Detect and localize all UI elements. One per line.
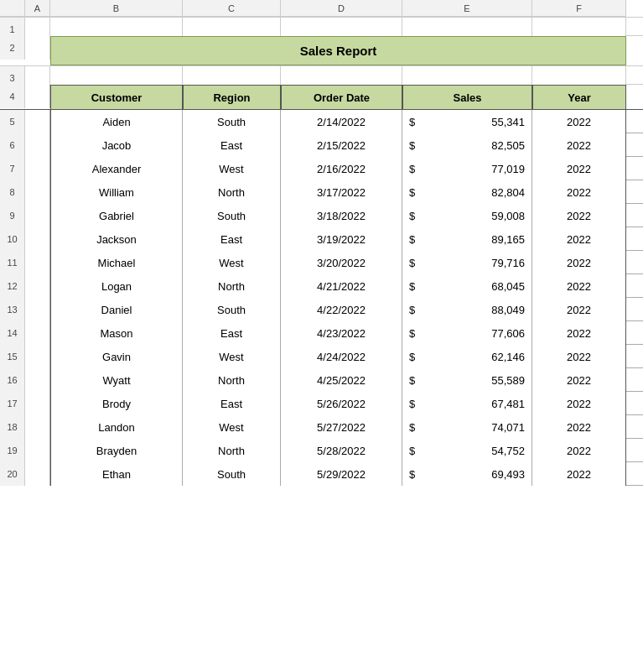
cell-a19 bbox=[25, 439, 50, 462]
cell-orderdate-15: 5/29/2022 bbox=[281, 462, 402, 486]
cell-year-1: 2022 bbox=[532, 133, 626, 157]
cell-year-14: 2022 bbox=[532, 439, 626, 462]
col-header-e: E bbox=[402, 0, 532, 17]
cell-year-15: 2022 bbox=[532, 462, 626, 486]
cell-region-1: East bbox=[183, 133, 281, 157]
cell-a12 bbox=[25, 274, 50, 298]
grid-row-15: 15 Gavin West 4/24/2022 $ 62,146 2022 bbox=[0, 345, 643, 368]
cell-sales-7: $ 68,045 bbox=[402, 274, 532, 298]
header-customer: Customer bbox=[50, 85, 183, 110]
sales-amount-5: 89,165 bbox=[426, 233, 532, 246]
column-header-row: A B C D E F bbox=[0, 0, 643, 18]
cell-a16 bbox=[25, 368, 50, 392]
header-region: Region bbox=[183, 85, 281, 110]
data-rows: 5 Aiden South 2/14/2022 $ 55,341 2022 6 … bbox=[0, 110, 643, 486]
cell-customer-2: Alexander bbox=[50, 157, 183, 180]
row-num-5: 5 bbox=[0, 110, 25, 133]
cell-sales-12: $ 67,481 bbox=[402, 392, 532, 415]
header-sales-label: Sales bbox=[454, 91, 482, 104]
cell-orderdate-14: 5/28/2022 bbox=[281, 439, 402, 462]
cell-year-11: 2022 bbox=[532, 368, 626, 392]
sales-dollar-15: $ bbox=[402, 468, 426, 481]
cell-orderdate-5: 3/19/2022 bbox=[281, 227, 402, 251]
grid-row-9: 9 Gabriel South 3/18/2022 $ 59,008 2022 bbox=[0, 204, 643, 227]
cell-orderdate-8: 4/22/2022 bbox=[281, 298, 402, 321]
sales-dollar-12: $ bbox=[402, 398, 426, 410]
cell-sales-9: $ 77,606 bbox=[402, 321, 532, 345]
grid-row-10: 10 Jackson East 3/19/2022 $ 89,165 2022 bbox=[0, 227, 643, 251]
cell-customer-10: Gavin bbox=[50, 345, 183, 368]
col-header-f: F bbox=[532, 0, 626, 17]
cell-year-10: 2022 bbox=[532, 345, 626, 368]
cell-region-12: East bbox=[183, 392, 281, 415]
sales-amount-11: 55,589 bbox=[426, 374, 532, 387]
cell-a15 bbox=[25, 345, 50, 368]
grid-row-8: 8 William North 3/17/2022 $ 82,804 2022 bbox=[0, 180, 643, 204]
cell-region-0: South bbox=[183, 110, 281, 133]
header-orderdate-label: Order Date bbox=[314, 91, 370, 104]
cell-region-2: West bbox=[183, 157, 281, 180]
sales-amount-9: 77,606 bbox=[426, 327, 532, 340]
cell-year-8: 2022 bbox=[532, 298, 626, 321]
row-num-18: 18 bbox=[0, 415, 25, 439]
row-num-9: 9 bbox=[0, 204, 25, 227]
sales-amount-12: 67,481 bbox=[426, 398, 532, 410]
cell-orderdate-4: 3/18/2022 bbox=[281, 204, 402, 227]
grid-row-3: 3 bbox=[0, 66, 643, 85]
header-year: Year bbox=[532, 85, 626, 110]
col-header-indicator bbox=[0, 0, 25, 17]
header-sales: Sales bbox=[402, 85, 532, 110]
cell-sales-11: $ 55,589 bbox=[402, 368, 532, 392]
row-num-13: 13 bbox=[0, 298, 25, 321]
cell-year-2: 2022 bbox=[532, 157, 626, 180]
sales-amount-0: 55,341 bbox=[426, 116, 532, 128]
sales-dollar-10: $ bbox=[402, 351, 426, 363]
cell-year-7: 2022 bbox=[532, 274, 626, 298]
cell-orderdate-1: 2/15/2022 bbox=[281, 133, 402, 157]
row-num-4: 4 bbox=[0, 85, 25, 108]
cell-orderdate-7: 4/21/2022 bbox=[281, 274, 402, 298]
cell-sales-6: $ 79,716 bbox=[402, 251, 532, 274]
cell-year-4: 2022 bbox=[532, 204, 626, 227]
cell-a2 bbox=[25, 36, 50, 60]
sales-dollar-6: $ bbox=[402, 257, 426, 269]
cell-sales-10: $ 62,146 bbox=[402, 345, 532, 368]
cell-year-3: 2022 bbox=[532, 180, 626, 204]
cell-sales-0: $ 55,341 bbox=[402, 110, 532, 133]
header-customer-label: Customer bbox=[91, 91, 143, 104]
cell-sales-2: $ 77,019 bbox=[402, 157, 532, 180]
cell-year-13: 2022 bbox=[532, 415, 626, 439]
cell-sales-15: $ 69,493 bbox=[402, 462, 532, 486]
sales-amount-6: 79,716 bbox=[426, 257, 532, 269]
sales-dollar-8: $ bbox=[402, 304, 426, 316]
grid-row-7: 7 Alexander West 2/16/2022 $ 77,019 2022 bbox=[0, 157, 643, 180]
cell-orderdate-12: 5/26/2022 bbox=[281, 392, 402, 415]
header-orderdate: Order Date bbox=[281, 85, 402, 110]
col-header-d: D bbox=[281, 0, 402, 17]
cell-orderdate-0: 2/14/2022 bbox=[281, 110, 402, 133]
sales-dollar-7: $ bbox=[402, 280, 426, 293]
cell-orderdate-6: 3/20/2022 bbox=[281, 251, 402, 274]
cell-customer-4: Gabriel bbox=[50, 204, 183, 227]
sales-dollar-1: $ bbox=[402, 139, 426, 152]
sales-amount-10: 62,146 bbox=[426, 351, 532, 363]
cell-customer-0: Aiden bbox=[50, 110, 183, 133]
cell-a14 bbox=[25, 321, 50, 345]
cell-customer-7: Logan bbox=[50, 274, 183, 298]
cell-customer-5: Jackson bbox=[50, 227, 183, 251]
sales-amount-14: 54,752 bbox=[426, 445, 532, 457]
row-num-8: 8 bbox=[0, 180, 25, 204]
cell-orderdate-9: 4/23/2022 bbox=[281, 321, 402, 345]
row-num-15: 15 bbox=[0, 345, 25, 368]
row-num-20: 20 bbox=[0, 462, 25, 486]
cell-customer-6: Michael bbox=[50, 251, 183, 274]
grid-row-4: 4 Customer Region Order Date Sales Year bbox=[0, 85, 643, 110]
grid-row-17: 17 Brody East 5/26/2022 $ 67,481 2022 bbox=[0, 392, 643, 415]
cell-a18 bbox=[25, 415, 50, 439]
cell-orderdate-13: 5/27/2022 bbox=[281, 415, 402, 439]
cell-year-5: 2022 bbox=[532, 227, 626, 251]
sales-amount-1: 82,505 bbox=[426, 139, 532, 152]
cell-sales-4: $ 59,008 bbox=[402, 204, 532, 227]
cell-region-4: South bbox=[183, 204, 281, 227]
cell-sales-3: $ 82,804 bbox=[402, 180, 532, 204]
